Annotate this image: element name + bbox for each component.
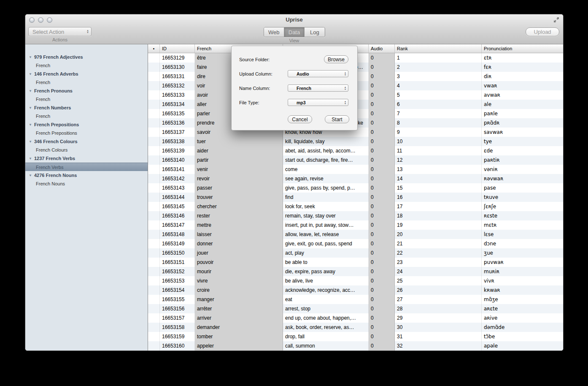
cell-id: 16653147 <box>160 220 195 230</box>
sidebar-item[interactable]: French <box>25 112 148 120</box>
sidebar-group-header[interactable]: ▼French Prepositions <box>25 120 148 129</box>
table-row[interactable]: 16653155mangereat027mɑ̃ʒe <box>148 295 563 304</box>
cell-marker <box>148 193 160 202</box>
disclosure-triangle-icon[interactable]: ▼ <box>29 104 32 112</box>
cell-id: 16653150 <box>160 248 195 258</box>
sidebar-item[interactable]: French <box>25 78 148 87</box>
cell-pron: vəniʀ <box>482 165 563 174</box>
cell-id: 16653155 <box>160 295 195 304</box>
sidebar-group-header[interactable]: ▼French Numbers <box>25 103 148 112</box>
table-row[interactable]: 16653139aiderabet, aid, assist, help, ac… <box>148 146 563 155</box>
sidebar-item[interactable]: French <box>25 61 148 70</box>
table-row[interactable]: 16653143passergive, pass, pass by, spend… <box>148 183 563 193</box>
column-header[interactable]: • <box>148 44 160 53</box>
combo-value: mp3 <box>297 100 306 105</box>
sidebar-group-title: French Prepositions <box>34 122 79 127</box>
table-row[interactable]: 16653153vivrebe alive, live025vivʀ <box>148 276 563 285</box>
window-title: Uprise <box>25 16 563 23</box>
table-row[interactable]: 16653156arrêterarrest, stop028aʀɛte <box>148 304 563 313</box>
cell-id: 16653141 <box>160 165 195 174</box>
browse-button[interactable]: Browse <box>324 55 348 63</box>
cell-rank: 30 <box>395 323 482 332</box>
cell-rank: 26 <box>395 285 482 295</box>
table-row[interactable]: 16653158demanderask, book, order, reserv… <box>148 323 563 332</box>
cell-audio: 0 <box>369 202 395 211</box>
table-row[interactable]: 16653140partirstart out, discharge, fire… <box>148 155 563 165</box>
table-row[interactable]: 16653152mourirdie, expire, pass away024m… <box>148 267 563 276</box>
sidebar-item[interactable]: French <box>25 95 148 103</box>
cell-id: 16653137 <box>160 128 195 137</box>
cell-pron: ʀəvwaʀ <box>482 174 563 183</box>
select-action-dropdown[interactable]: Select Action ▲▼ <box>28 27 92 36</box>
disclosure-triangle-icon[interactable]: ▼ <box>29 155 32 163</box>
upload-button[interactable]: Upload <box>526 27 559 36</box>
cell-audio: 0 <box>369 230 395 239</box>
table-row[interactable]: 16653149donnergive, exit, go out, pass, … <box>148 239 563 248</box>
table-row[interactable]: 16653148laisserallow, leave, let, releas… <box>148 230 563 239</box>
cell-english: kill, liquidate, slay <box>283 137 369 146</box>
cell-french: donner <box>195 239 283 248</box>
table-row[interactable]: 16653159tomberdrop, fall031tɔ̃be <box>148 332 563 341</box>
table-row[interactable]: 16653141venircome013vəniʀ <box>148 165 563 174</box>
dialog-field-label: Upload Column: <box>239 71 288 76</box>
file-type-select[interactable]: mp3▲▼ <box>288 99 348 106</box>
cell-audio: 0 <box>369 53 395 63</box>
window-chrome: Uprise Select Action ▲▼ Actions WebDataL… <box>25 14 563 44</box>
sidebar-group-header[interactable]: ▼1237 French Verbs <box>25 154 148 163</box>
table-row[interactable]: 16653150joueract, play022ʒue <box>148 248 563 258</box>
table-row[interactable]: 16653151pouvoirbe able to023puvwaʀ <box>148 258 563 267</box>
table-row[interactable]: 16653138tuerkill, liquidate, slay010tye <box>148 137 563 146</box>
cell-french: aider <box>195 146 283 155</box>
disclosure-triangle-icon[interactable]: ▼ <box>29 121 32 129</box>
table-row[interactable]: 16653147mettreinsert, put in, put away, … <box>148 220 563 230</box>
sidebar-item[interactable]: French Prepositions <box>25 129 148 137</box>
disclosure-triangle-icon[interactable]: ▼ <box>29 87 32 95</box>
segment-log[interactable]: Log <box>305 27 324 37</box>
column-header[interactable]: ID <box>160 44 195 53</box>
table-row[interactable]: 16653144trouverfind016tʀuve <box>148 193 563 202</box>
dialog-field-label: Name Column: <box>239 86 288 91</box>
sidebar-item[interactable]: French Verbs <box>25 163 148 171</box>
upload-column-select[interactable]: Audio▲▼ <box>288 70 348 77</box>
cell-rank: 8 <box>395 118 482 128</box>
segment-web[interactable]: Web <box>264 27 284 37</box>
column-header[interactable]: Pronunciation <box>482 44 563 53</box>
disclosure-triangle-icon[interactable]: ▼ <box>29 138 32 146</box>
fullscreen-icon[interactable] <box>553 17 559 23</box>
cell-marker <box>148 128 160 137</box>
sidebar-item[interactable]: French Nouns <box>25 179 148 188</box>
dialog-field-label: Source Folder: <box>239 57 288 62</box>
cell-marker <box>148 100 160 109</box>
disclosure-triangle-icon[interactable]: ▼ <box>29 171 32 180</box>
cell-pron: ɛde <box>482 146 563 155</box>
cell-rank: 3 <box>395 72 482 81</box>
cell-pron: paʀle <box>482 109 563 118</box>
sidebar-item[interactable]: French Colours <box>25 146 148 154</box>
disclosure-triangle-icon[interactable]: ▼ <box>29 70 32 79</box>
sidebar-group-header[interactable]: ▼979 French Adjectives <box>25 53 148 61</box>
sidebar-group-header[interactable]: ▼4276 French Nouns <box>25 171 148 179</box>
sidebar-group-header[interactable]: ▼French Pronouns <box>25 87 148 95</box>
cell-audio: 0 <box>369 193 395 202</box>
dialog-field-label: File Type: <box>239 100 288 105</box>
sidebar-group-header[interactable]: ▼146 French Adverbs <box>25 70 148 78</box>
cell-french: mettre <box>195 220 283 230</box>
disclosure-triangle-icon[interactable]: ▼ <box>29 53 32 62</box>
table-row[interactable]: 16653142revoirsee again, revise014ʀəvwaʀ <box>148 174 563 183</box>
cell-english: look for, seek <box>283 202 369 211</box>
cell-audio: 0 <box>369 118 395 128</box>
column-header[interactable]: Rank <box>395 44 482 53</box>
sidebar-group-header[interactable]: ▼346 French Colours <box>25 137 148 146</box>
table-row[interactable]: 16653160appelercall, summon032apəle <box>148 341 563 351</box>
table-row[interactable]: 16653157arriverend up, come about, happe… <box>148 313 563 323</box>
table-row[interactable]: 16653146resterremain, stay, stay over018… <box>148 211 563 220</box>
name-column-select[interactable]: French▲▼ <box>288 84 348 92</box>
cancel-button[interactable]: Cancel <box>288 115 312 123</box>
cell-rank: 31 <box>395 332 482 341</box>
column-header[interactable]: Audio <box>369 44 395 53</box>
table-row[interactable]: 16653145chercherlook for, seek017ʃɛʀʃe <box>148 202 563 211</box>
segment-data[interactable]: Data <box>284 27 305 37</box>
start-button[interactable]: Start <box>325 115 349 123</box>
cell-french: tomber <box>195 332 283 341</box>
table-row[interactable]: 16653154croireacknowledge, recognize, ac… <box>148 285 563 295</box>
